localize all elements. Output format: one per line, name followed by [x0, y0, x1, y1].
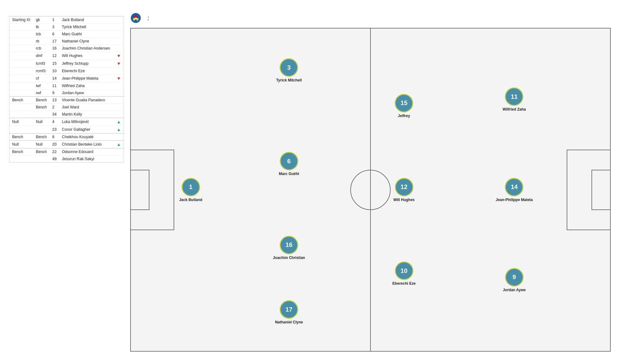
player-name: Vicente Guaita Panadero — [59, 97, 114, 104]
player-arrow — [114, 97, 124, 104]
player-node: 16Joachim Christian — [273, 236, 305, 260]
player-circle: 1 — [181, 178, 200, 196]
player-num: 1 — [50, 16, 60, 24]
player-name-label: Marc Guéhi — [279, 172, 299, 176]
player-arrow — [114, 16, 124, 24]
player-name: Jeffrey Schlupp — [59, 60, 114, 68]
player-num: 14 — [50, 75, 60, 82]
player-pos: Null — [33, 141, 50, 148]
section-label: Bench — [10, 148, 33, 156]
player-circle: 9 — [505, 268, 524, 287]
player-node: 17Nathaniel Clyne — [275, 300, 303, 324]
section-label — [10, 38, 33, 45]
player-num: 17 — [50, 38, 60, 45]
player-num: 16 — [50, 45, 60, 52]
player-arrow — [114, 68, 124, 75]
player-num: 10 — [50, 68, 60, 75]
player-name: Joel Ward — [59, 104, 114, 111]
player-pos: Bench — [33, 97, 50, 104]
section-label — [10, 156, 33, 163]
player-node: 14Jean-Philippe Mateta — [496, 178, 533, 202]
arrow-up-icon: ▲ — [117, 119, 121, 124]
player-circle: 16 — [280, 236, 298, 254]
player-pos: lb — [33, 24, 50, 31]
player-name-label: Jeffrey — [398, 114, 410, 118]
player-arrow — [114, 82, 124, 90]
player-node: 15Jeffrey — [395, 94, 413, 118]
player-name: Jesurun Rak-Sakyi — [59, 156, 114, 163]
player-circle: 3 — [280, 58, 298, 77]
goal-area-left — [131, 170, 149, 210]
player-circle: 10 — [395, 261, 413, 280]
section-label — [10, 111, 33, 118]
team-header: CP : — [130, 12, 611, 24]
section-label: Bench — [10, 97, 33, 104]
player-circle: 15 — [395, 94, 413, 112]
player-num: 49 — [50, 156, 60, 163]
player-name: Marc Guéhi — [59, 31, 114, 38]
goal-area-right — [591, 170, 610, 210]
player-name: Martin Kelly — [59, 111, 114, 118]
player-name-label: Jordan Ayew — [503, 288, 526, 292]
player-pos: gk — [33, 16, 50, 24]
section-label: Starting XI — [10, 16, 33, 24]
right-panel: CP : 1Jack Butland3Tyrick Mitchell6Marc … — [130, 12, 611, 352]
player-num: 11 — [50, 82, 60, 90]
player-name: Conor Gallagher — [59, 126, 114, 134]
player-num: 6 — [50, 31, 60, 38]
arrow-up-icon: ▲ — [117, 142, 121, 147]
left-panel: Starting XIgk1Jack Butlandlb3Tyrick Mitc… — [9, 12, 124, 352]
player-pos: lwf — [33, 82, 50, 90]
player-pos — [33, 156, 50, 163]
player-name-label: Will Hughes — [393, 198, 415, 202]
player-node: 9Jordan Ayew — [503, 268, 526, 292]
svg-text:CP: CP — [134, 18, 137, 20]
player-name: Wilfried Zaha — [59, 82, 114, 90]
team-logo: CP — [130, 12, 141, 24]
player-num: 12 — [50, 52, 60, 60]
player-pos: rcmf3 — [33, 68, 50, 75]
player-name: Cheikhou Kouyaté — [59, 134, 114, 141]
player-name: Luka Milivojević — [59, 118, 114, 126]
player-circle: 12 — [395, 178, 413, 196]
player-pos: rwf — [33, 90, 50, 97]
player-circle: 11 — [505, 87, 524, 106]
player-arrow — [114, 38, 124, 45]
player-arrow — [114, 24, 124, 31]
player-node: 12Will Hughes — [393, 178, 415, 202]
player-name-label: Jack Butland — [179, 198, 202, 202]
player-pos — [33, 111, 50, 118]
player-arrow — [114, 156, 124, 163]
player-arrow — [114, 111, 124, 118]
player-pos: Bench — [33, 104, 50, 111]
player-pos: rcb — [33, 45, 50, 52]
player-name-label: Nathaniel Clyne — [275, 320, 303, 324]
player-arrow — [114, 45, 124, 52]
player-num: 13 — [50, 97, 60, 104]
player-arrow — [114, 31, 124, 38]
section-label — [10, 52, 33, 60]
player-arrow: ▼ — [114, 60, 124, 68]
lineup-table: Starting XIgk1Jack Butlandlb3Tyrick Mitc… — [9, 16, 124, 163]
player-pos: cf — [33, 75, 50, 82]
center-circle — [350, 170, 391, 210]
player-num: 2 — [50, 104, 60, 111]
player-name: Will Hughes — [59, 52, 114, 60]
player-num: 20 — [50, 141, 60, 148]
arrow-down-icon: ▼ — [117, 53, 121, 58]
player-pos: Null — [33, 118, 50, 126]
player-num: 23 — [50, 126, 60, 134]
player-num: 9 — [50, 90, 60, 97]
section-label — [10, 104, 33, 111]
player-num: 3 — [50, 24, 60, 31]
player-name: Tyrick Mitchell — [59, 24, 114, 31]
player-arrow: ▼ — [114, 75, 124, 82]
player-circle: 14 — [505, 178, 524, 196]
section-label — [10, 68, 33, 75]
player-name: Joachim Christian Andersen — [59, 45, 114, 52]
player-name-label: Joachim Christian — [273, 256, 305, 260]
player-num: 22 — [50, 148, 60, 156]
section-label — [10, 45, 33, 52]
section-label — [10, 75, 33, 82]
player-node: 6Marc Guéhi — [279, 152, 299, 176]
